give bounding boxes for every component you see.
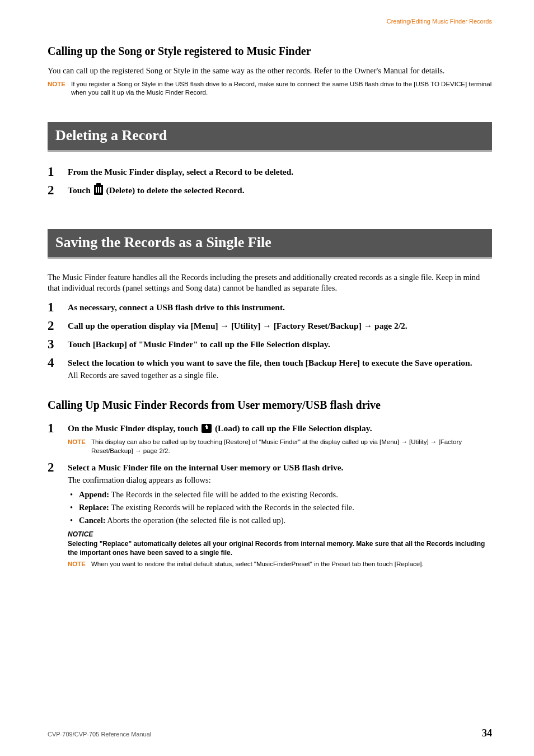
step-row: 1 As necessary, connect a USB flash driv… — [48, 301, 492, 314]
step-row: 2 Select a Music Finder file on the inte… — [48, 461, 492, 568]
note-text: When you want to restore the initial def… — [91, 560, 424, 569]
note-text: If you register a Song or Style in the U… — [71, 80, 492, 97]
footer-reference: CVP-709/CVP-705 Reference Manual — [48, 731, 151, 738]
note-row: NOTE This display can also be called up … — [68, 438, 492, 455]
heading-saving-records: Saving the Records as a Single File — [48, 229, 492, 259]
option-label: Replace: — [79, 503, 109, 512]
note-text: This display can also be called up by to… — [91, 438, 492, 455]
load-icon — [202, 424, 212, 433]
note-label: NOTE — [68, 560, 86, 567]
step-sub: All Records are saved together as a sing… — [68, 370, 492, 381]
option-text: Aborts the operation (the selected file … — [106, 516, 286, 525]
step-sub: The confirmation dialog appears as follo… — [68, 475, 492, 486]
option-text: The Records in the selected file will be… — [109, 490, 338, 499]
breadcrumb: Creating/Editing Music Finder Records — [387, 18, 492, 25]
trash-icon — [94, 185, 103, 195]
step-number: 4 — [48, 356, 64, 369]
step-number: 1 — [48, 301, 64, 314]
step-title: As necessary, connect a USB flash drive … — [68, 302, 492, 314]
step-row: 3 Touch [Backup] of "Music Finder" to ca… — [48, 338, 492, 351]
note-row: NOTE If you register a Song or Style in … — [48, 80, 492, 97]
page-number: 34 — [482, 727, 492, 739]
step-title: Select a Music Finder file on the intern… — [68, 462, 492, 474]
note-label: NOTE — [48, 80, 65, 87]
step-number: 2 — [48, 461, 64, 474]
step-title: Touch [Backup] of "Music Finder" to call… — [68, 339, 492, 351]
note-label: NOTE — [68, 438, 86, 445]
heading-calling-up-song-style: Calling up the Song or Style registered … — [48, 45, 492, 58]
step-content: Select the location to which you want to… — [64, 356, 492, 381]
option-text: The existing Records will be replaced wi… — [109, 503, 354, 512]
text: (Load) to call up the File Selection dis… — [213, 423, 372, 433]
list-item: Append: The Records in the selected file… — [76, 488, 492, 501]
dialog-options-list: Append: The Records in the selected file… — [68, 488, 492, 528]
step-number: 1 — [48, 165, 64, 178]
step-title: Touch (Delete) to delete the selected Re… — [68, 185, 492, 197]
option-label: Append: — [79, 490, 109, 499]
text: Touch — [68, 185, 93, 195]
heading-calling-up-music-finder-records: Calling Up Music Finder Records from Use… — [48, 399, 492, 412]
step-content: Touch [Backup] of "Music Finder" to call… — [64, 338, 492, 351]
body-text: You can call up the registered Song or S… — [48, 66, 492, 77]
option-label: Cancel: — [79, 516, 106, 525]
step-title: Select the location to which you want to… — [68, 357, 492, 369]
step-content: Select a Music Finder file on the intern… — [64, 461, 492, 568]
step-number: 2 — [48, 184, 64, 197]
body-text: The Music Finder feature handles all the… — [48, 272, 492, 294]
step-number: 3 — [48, 338, 64, 351]
step-title: On the Music Finder display, touch (Load… — [68, 423, 492, 435]
step-content: From the Music Finder display, select a … — [64, 165, 492, 178]
step-row: 4 Select the location to which you want … — [48, 356, 492, 381]
notice-label: NOTICE — [68, 530, 492, 538]
text: (Delete) to delete the selected Record. — [104, 185, 245, 195]
step-number: 1 — [48, 422, 64, 435]
step-title: Call up the operation display via [Menu]… — [68, 320, 492, 332]
heading-deleting-a-record: Deleting a Record — [48, 122, 492, 152]
text: On the Music Finder display, touch — [68, 423, 200, 433]
list-item: Cancel: Aborts the operation (the select… — [76, 514, 492, 527]
step-content: Call up the operation display via [Menu]… — [64, 319, 492, 332]
page: Creating/Editing Music Finder Records Ca… — [0, 0, 534, 756]
note-row: NOTE When you want to restore the initia… — [68, 560, 492, 569]
step-content: On the Music Finder display, touch (Load… — [64, 422, 492, 455]
step-row: 1 From the Music Finder display, select … — [48, 165, 492, 178]
step-content: Touch (Delete) to delete the selected Re… — [64, 184, 492, 197]
step-row: 1 On the Music Finder display, touch (Lo… — [48, 422, 492, 455]
step-number: 2 — [48, 319, 64, 332]
step-content: As necessary, connect a USB flash drive … — [64, 301, 492, 314]
notice-text: Selecting "Replace" automatically delete… — [68, 539, 492, 557]
step-title: From the Music Finder display, select a … — [68, 166, 492, 178]
step-row: 2 Touch (Delete) to delete the selected … — [48, 184, 492, 197]
list-item: Replace: The existing Records will be re… — [76, 501, 492, 514]
footer: CVP-709/CVP-705 Reference Manual 34 — [48, 727, 492, 739]
step-row: 2 Call up the operation display via [Men… — [48, 319, 492, 332]
